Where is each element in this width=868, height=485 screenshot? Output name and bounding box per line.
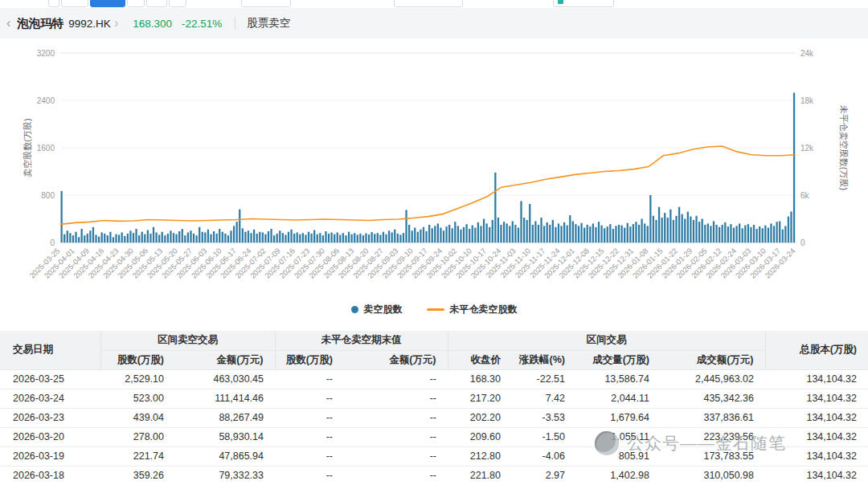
forward-icon[interactable]: › [114, 17, 118, 30]
legend-item-outstanding-short[interactable]: 未平仓卖空股数 [427, 303, 518, 316]
value-cell: -- [275, 446, 344, 466]
value-cell: -- [344, 369, 448, 389]
table-row[interactable]: 2026-03-252,529.10463,030.45----168.30-2… [0, 369, 868, 389]
trade-date-cell: 2026-03-20 [0, 427, 100, 446]
outstanding-short-line[interactable] [60, 146, 796, 224]
svg-text:2400: 2400 [37, 96, 55, 105]
column-sub-header: 涨跌幅(%) [512, 350, 576, 369]
column-group-header: 区间卖空交易 [100, 331, 275, 350]
trade-date-cell: 2026-03-23 [0, 408, 100, 427]
stock-name: 泡泡玛特 [17, 16, 63, 31]
value-cell: 134,104.32 [765, 427, 868, 446]
column-group-header: 区间交易 [448, 331, 765, 350]
value-cell: 278.00 [100, 427, 175, 446]
stock-price: 168.300 [133, 18, 172, 30]
toolbar-dropdown[interactable] [394, 0, 463, 7]
svg-text:0: 0 [800, 238, 805, 247]
value-cell: 168.30 [448, 369, 512, 389]
value-cell: 217.20 [448, 389, 512, 408]
column-sub-header: 成交额(万元) [661, 350, 765, 369]
table-row[interactable]: 2026-03-20278.0058,930.14----209.60-1.50… [0, 427, 868, 446]
value-cell: -- [344, 408, 448, 427]
value-cell: -- [275, 466, 344, 485]
value-cell: -- [275, 389, 344, 408]
table-row[interactable]: 2026-03-24523.00111,414.46----217.207.42… [0, 389, 868, 408]
value-cell: -3.53 [512, 408, 576, 427]
column-group-header: 总股本(万股) [765, 331, 868, 369]
legend-label: 卖空股数 [364, 303, 403, 316]
value-cell: 212.80 [448, 446, 512, 466]
column-sub-header: 成交量(万股) [576, 350, 661, 369]
short-selling-chart[interactable]: 080016002400320006k12k18k24k卖空股数(万股)未平仓卖… [0, 39, 868, 289]
value-cell: 111,414.46 [175, 389, 275, 408]
chart-gridlines [60, 53, 796, 243]
toolbar-button[interactable] [61, 0, 88, 7]
value-cell: 173,783.55 [661, 446, 765, 466]
x-axis-labels: 2025-03-252025-04-012025-04-092025-04-16… [27, 247, 796, 280]
trade-date-cell: 2026-03-19 [0, 446, 100, 466]
app-window: ‹ 泡泡玛特 9992.HK › 168.300 -22.51% 股票卖空 08… [0, 0, 868, 485]
value-cell: -22.51 [512, 369, 576, 389]
column-sub-header: 股数(万股) [275, 350, 344, 369]
legend-label: 未平仓卖空股数 [450, 303, 518, 316]
svg-text:1600: 1600 [37, 144, 55, 153]
value-cell: -- [275, 427, 344, 446]
column-sub-header: 收盘价 [448, 350, 512, 369]
value-cell: 221.80 [448, 466, 512, 485]
toolbar-button[interactable] [146, 0, 167, 7]
value-cell: 13,586.74 [576, 369, 661, 389]
table-row[interactable]: 2026-03-18359.2679,332.33----221.802.971… [0, 466, 868, 485]
value-cell: -4.06 [512, 446, 576, 466]
bar-series-marker-icon [351, 306, 358, 313]
grid-icon [558, 0, 563, 4]
value-cell: -- [344, 466, 448, 485]
toolbar-dropdown[interactable] [241, 0, 291, 7]
svg-text:3200: 3200 [37, 49, 55, 58]
value-cell: 202.20 [448, 408, 512, 427]
trade-date-cell: 2026-03-18 [0, 466, 100, 485]
value-cell: 439.04 [100, 408, 175, 427]
svg-text:0: 0 [50, 238, 55, 247]
value-cell: -- [344, 427, 448, 446]
trade-date-cell: 2026-03-25 [0, 369, 100, 389]
legend-item-short-volume[interactable]: 卖空股数 [351, 303, 403, 316]
toolbar-button[interactable] [127, 0, 145, 7]
value-cell: 134,104.32 [765, 408, 868, 427]
value-cell: -- [275, 408, 344, 427]
value-cell: 805.91 [576, 446, 661, 466]
value-cell: -- [344, 389, 448, 408]
table-row[interactable]: 2026-03-19221.7447,865.94----212.80-4.06… [0, 446, 868, 466]
right-axis-title: 未平仓卖空股数(万股) [839, 105, 849, 190]
line-series-marker-icon [427, 308, 444, 311]
chart-legend: 卖空股数 未平仓卖空股数 [0, 299, 868, 320]
value-cell: 1,402.98 [576, 466, 661, 485]
toolbar-dropdown[interactable] [553, 0, 614, 7]
value-cell: 463,030.45 [175, 369, 275, 389]
header-divider [235, 18, 235, 29]
table-row[interactable]: 2026-03-23439.0488,267.49----202.20-3.53… [0, 408, 868, 427]
column-sub-header: 金额(万元) [175, 350, 275, 369]
value-cell: 134,104.32 [765, 446, 868, 466]
svg-text:12k: 12k [800, 144, 814, 153]
svg-text:6k: 6k [800, 191, 810, 200]
column-sub-header: 金额(万元) [344, 350, 448, 369]
value-cell: 337,836.61 [661, 408, 765, 427]
stock-header: ‹ 泡泡玛特 9992.HK › 168.300 -22.51% 股票卖空 [0, 8, 868, 39]
trade-date-cell: 2026-03-24 [0, 389, 100, 408]
value-cell: 134,104.32 [765, 369, 868, 389]
top-toolbar-partial [0, 0, 868, 8]
section-title: 股票卖空 [247, 16, 290, 31]
value-cell: 2,445,963.02 [661, 369, 765, 389]
stock-change-percent: -22.51% [182, 18, 222, 30]
toolbar-button[interactable] [48, 0, 59, 7]
toolbar-active-tab[interactable] [90, 0, 125, 7]
value-cell: -1.50 [512, 427, 576, 446]
value-cell: 523.00 [100, 389, 175, 408]
value-cell: 58,930.14 [175, 427, 275, 446]
value-cell: 209.60 [448, 427, 512, 446]
toolbar-button[interactable] [169, 0, 186, 7]
value-cell: 1,679.64 [576, 408, 661, 427]
svg-text:24k: 24k [800, 49, 814, 58]
back-icon[interactable]: ‹ [6, 17, 10, 30]
value-cell: 47,865.94 [175, 446, 275, 466]
